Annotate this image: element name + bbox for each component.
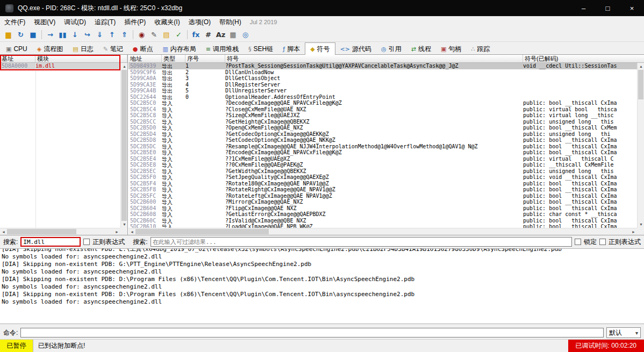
tab-threads[interactable]: ⇄线程 [406, 44, 436, 54]
symbol-row[interactable]: 5DC2B5D4导入?GetCodecOption@CxImage@@QAEKK… [128, 131, 637, 138]
scroll-right-icon[interactable] [113, 228, 120, 235]
symbol-row[interactable]: 5DC2B600导入?Mirror@CxImage@@QAE_NXZpublic… [128, 199, 637, 205]
scroll-track[interactable] [121, 70, 127, 221]
tab-symbols[interactable]: ◆符号 [305, 42, 335, 55]
command-input[interactable] [20, 328, 604, 337]
scroll-down-icon[interactable] [121, 221, 128, 228]
symbol-row[interactable]: 5DC2B5E4导入??1CxMemFile@@UAE@XZpublic: vi… [128, 156, 637, 162]
symbol-row[interactable]: 5DC2B5F4导入?Rotate180@CxImage@@QAE_NPAV1@… [128, 181, 637, 187]
scroll-thumb[interactable] [135, 229, 269, 234]
symbol-row[interactable]: 5DC2B60C导入?IsValid@CxImage@@QBE_NXZpubli… [128, 218, 637, 224]
step-over-button[interactable]: ↪ [81, 29, 94, 41]
symbol-row[interactable]: 5DC2B5CC导入?GetHeight@CxImage@@QBEKXZpubl… [128, 119, 637, 125]
run-button[interactable]: → [44, 29, 56, 41]
tab-breakpoints[interactable]: ●断点 [128, 44, 158, 54]
module-row[interactable]: 5D8A0000im.dll [0, 63, 120, 69]
symbol-row[interactable]: 5D99C9F6导出2DllCanUnloadNow [128, 69, 637, 76]
tab-graph[interactable]: ◈流程图 [32, 44, 68, 54]
menu-item-2[interactable]: 调试(D) [60, 17, 90, 28]
module-search-input[interactable] [20, 237, 81, 247]
symbol-row[interactable]: 5DC2B610导入?Load@CxImage@@QAE_NPB_WK@Zpub… [128, 224, 637, 228]
symbol-row[interactable]: 5DC2B5F8导入?RotateRight@CxImage@@QAE_NPAV… [128, 186, 637, 193]
symbols-column-ordinal[interactable]: 序号 [185, 55, 225, 62]
menu-item-0[interactable]: 文件(F) [0, 17, 30, 28]
menu-item-6[interactable]: 选项(O) [184, 17, 215, 28]
maximize-button[interactable]: □ [596, 0, 620, 16]
modules-column-module[interactable]: 模块 [35, 55, 127, 62]
execute-till-return-button[interactable]: ↑ [106, 29, 118, 41]
modules-vscrollbar[interactable] [120, 63, 127, 228]
lock-checkbox[interactable] [575, 239, 581, 245]
symbol-row[interactable]: 5D99CA3E导出4DllRegisterServer [128, 82, 637, 88]
symbol-row[interactable]: 5DC22644导出0OptionalHeader.AddressOfEntry… [128, 94, 637, 100]
menu-item-4[interactable]: 插件(P) [120, 17, 150, 28]
trace-record-button[interactable]: ◉ [135, 29, 148, 41]
symbol-row[interactable]: 5DC2B5D8导入?SetCodecOption@CxImage@@QAE_N… [128, 137, 637, 143]
open-file-button[interactable]: ▆ [2, 29, 15, 41]
symbol-row[interactable]: 5DC2B5C4导入?Close@CxMemFile@@UAE_NXZpubli… [128, 106, 637, 113]
scroll-thumb[interactable] [121, 70, 127, 221]
tab-call-stack[interactable]: ≡调用堆栈 [201, 44, 244, 54]
case-az-button[interactable]: Az [214, 29, 227, 41]
restart-button[interactable]: ↻ [15, 29, 27, 41]
run-to-user-code-button[interactable]: ⇑ [118, 29, 131, 41]
module-regex-checkbox[interactable] [83, 239, 90, 245]
scroll-up-icon[interactable] [121, 63, 128, 70]
symbol-row[interactable]: 5DC2B5D0导入?Open@CxMemFile@@QAE_NXZpublic… [128, 125, 637, 131]
tab-cpu[interactable]: ▣CPU [1, 44, 32, 54]
tab-trace[interactable]: ∴跟踪 [466, 44, 495, 54]
scroll-track[interactable] [135, 228, 630, 235]
pound-button[interactable]: # [202, 29, 214, 41]
menu-item-1[interactable]: 视图(V) [30, 17, 60, 28]
symbol-row[interactable]: 5DC2B608导入?GetLastError@CxImage@@QAEPBDX… [128, 211, 637, 218]
scroll-left-icon[interactable] [0, 228, 7, 235]
symbols-vscrollbar[interactable] [637, 63, 644, 228]
modules-hscrollbar[interactable] [0, 228, 120, 235]
tab-seh-chain[interactable]: §SEH链 [244, 44, 278, 54]
tab-handles[interactable]: ▣句柄 [436, 44, 466, 54]
tab-references[interactable]: ◎引用 [376, 44, 406, 54]
comments-button[interactable]: ▤ [160, 29, 173, 41]
symbol-row[interactable]: 5DC2B604导入?Flip@CxImage@@QAE_NXZpublic: … [128, 205, 637, 212]
close-button[interactable]: × [620, 0, 644, 16]
symbol-row[interactable]: 5DC2B5C8导入?Size@CxMemFile@@UAEJXZpublic:… [128, 112, 637, 119]
scroll-thumb[interactable] [638, 70, 643, 99]
symbol-row[interactable]: 5D99CA0A导出3DllGetClassObject [128, 75, 637, 82]
symbols-column-type[interactable]: 类型 [162, 55, 185, 62]
animate-into-button[interactable]: ⇓ [94, 29, 106, 41]
symbol-row[interactable]: 5DC2B5C0导入?Decode@CxImage@@QAE_NPAVCxFil… [128, 100, 637, 106]
minimize-button[interactable]: – [571, 0, 596, 16]
scroll-down-icon[interactable] [638, 221, 644, 228]
symbol-row[interactable]: 5DC2B5FC导入?RotateLeft@CxImage@@QAE_NPAV1… [128, 193, 637, 199]
menu-item-5[interactable]: 收藏夹(I) [150, 17, 184, 28]
find-pattern-button[interactable]: ◎ [239, 29, 252, 41]
memory-map-button[interactable]: ▦ [227, 29, 239, 41]
filter-regex-checkbox[interactable] [599, 239, 606, 245]
symbol-row[interactable]: 5D99CA4B导出5DllUnregisterServer [128, 88, 637, 94]
calculator-fx-button[interactable]: fx [190, 29, 202, 41]
stop-button[interactable]: ■ [27, 29, 39, 41]
scroll-thumb[interactable] [7, 229, 76, 234]
pause-button[interactable]: ▮▮ [56, 29, 69, 41]
scroll-up-icon[interactable] [638, 63, 644, 70]
scroll-left-icon[interactable] [128, 228, 135, 235]
tab-notes[interactable]: ✎笔记 [98, 44, 128, 54]
symbol-row[interactable]: 5DC2B5EC导入?GetWidth@CxImage@@QBEKXZpubli… [128, 168, 637, 175]
menu-item-7[interactable]: 帮助(H) [215, 17, 246, 28]
step-into-button[interactable]: ↓ [69, 29, 81, 41]
symbol-row[interactable]: 5DC2B5DC导入?Resample@CxImage@@QAE_NJJW4In… [128, 143, 637, 150]
symbol-row[interactable]: 5DC2B5E8导入??0CxMemFile@@QAE@PAEK@Zpublic… [128, 162, 637, 168]
tab-script[interactable]: ƒ脚本 [278, 44, 305, 54]
check-update-button[interactable]: ✓ [173, 29, 185, 41]
scroll-track[interactable] [638, 70, 644, 221]
symbol-row[interactable]: 5DC2B5E0导入?Encode@CxImage@@QAE_NPAVCxFil… [128, 149, 637, 156]
symbol-row[interactable]: 5DC2B5F0导入?SetJpegQuality@CxImage@@QAEXE… [128, 174, 637, 181]
symbols-column-decoded[interactable]: 符号(已解码) [523, 55, 644, 62]
symbols-column-address[interactable]: 地址 [128, 55, 162, 62]
patches-button[interactable]: ✎ [148, 29, 160, 41]
tab-memory-map[interactable]: ▥内存布局 [158, 44, 201, 54]
log-output[interactable]: [DIA] Skipping non-existent PDB: E:\工具\x… [0, 248, 644, 324]
scroll-right-icon[interactable] [630, 228, 637, 235]
modules-column-base[interactable]: 基址 [0, 55, 35, 62]
symbol-row[interactable]: 5D984939导出1?PostTask_Session@SessionTask… [128, 63, 637, 69]
